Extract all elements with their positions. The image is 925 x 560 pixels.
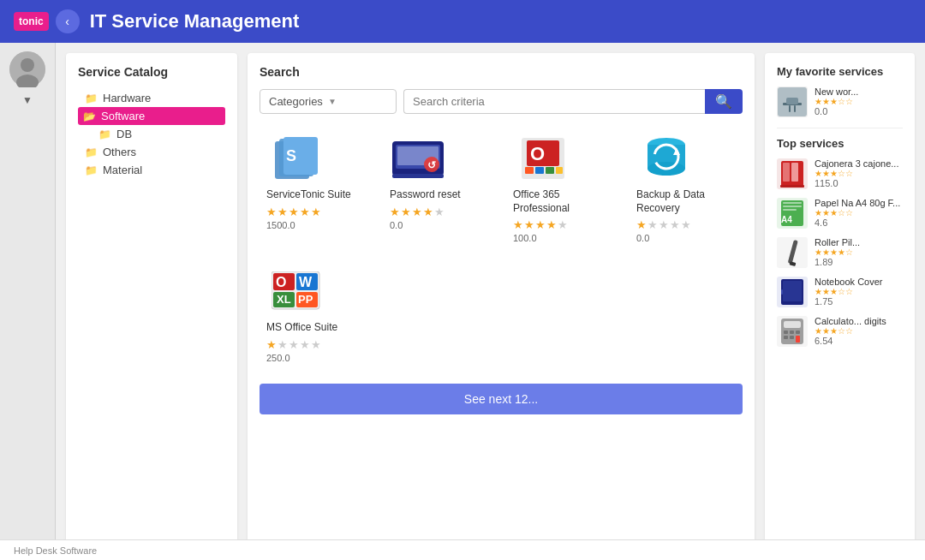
service-rating: 100.0 — [513, 233, 537, 243]
top-name: Calculato... digits — [815, 316, 903, 326]
top-image-roller — [777, 237, 808, 268]
svg-text:XL: XL — [277, 293, 291, 306]
service-card-office365[interactable]: O Office 365 Professional ★ ★ ★ ★ ★ — [506, 128, 619, 250]
folder-open-icon: 📂 — [83, 110, 96, 122]
catalog-item-software[interactable]: 📂 Software — [78, 107, 225, 125]
see-next-button[interactable]: See next 12... — [260, 384, 743, 414]
search-button[interactable]: 🔍 — [705, 89, 743, 114]
top-item-roller[interactable]: Roller Pil... ★★★★☆ 1.89 — [777, 237, 903, 268]
top-name: Papel Na A4 80g F... — [815, 198, 903, 208]
top-stars: ★★★☆☆ — [815, 169, 903, 178]
top-image-papel: A4 — [777, 198, 808, 229]
svg-rect-41 — [791, 163, 798, 182]
svg-rect-57 — [796, 331, 800, 334]
top-name: Roller Pil... — [815, 237, 903, 247]
service-image-msoffice: O W XL PP — [266, 267, 326, 314]
back-button[interactable]: ‹ — [56, 9, 80, 33]
search-bar: Categories ▼ 🔍 — [260, 89, 743, 114]
top-price: 115.0 — [815, 178, 903, 188]
service-name: MS Office Suite — [266, 321, 337, 335]
catalog-item-others[interactable]: 📁 Others — [78, 143, 225, 161]
folder-icon: 📁 — [85, 92, 98, 104]
search-input[interactable] — [403, 89, 705, 114]
top-info-roller: Roller Pil... ★★★★☆ 1.89 — [815, 237, 903, 267]
star-5: ★ — [681, 218, 691, 231]
top-info-notebook: Notebook Cover ★★★☆☆ 1.75 — [815, 277, 903, 307]
main-container: ▼ ▼ Service Catalog 📁 Hardware 📂 Softwar… — [0, 43, 925, 560]
stars-servicetonic: ★ ★ ★ ★ ★ — [266, 206, 321, 218]
top-name: Notebook Cover — [815, 277, 903, 287]
star-2: ★ — [278, 206, 288, 218]
favorite-stars: ★★★☆☆ — [815, 97, 903, 106]
svg-rect-10 — [392, 174, 444, 178]
service-image-password: ↺ — [390, 134, 450, 182]
star-3: ★ — [289, 206, 299, 218]
star-1: ★ — [636, 218, 647, 231]
favorites-title: My favorite services — [777, 65, 903, 78]
svg-rect-45 — [783, 206, 802, 207]
chevron-down-icon: ▼ — [328, 97, 337, 106]
svg-text:↺: ↺ — [427, 159, 436, 171]
top-price: 6.54 — [815, 336, 903, 346]
service-card-msoffice[interactable]: O W XL PP MS Office Suite ★ ★ ★ — [260, 260, 373, 370]
svg-rect-55 — [784, 331, 788, 334]
service-image-servicetonic: S — [266, 134, 326, 182]
svg-rect-49 — [790, 261, 797, 266]
star-3: ★ — [289, 338, 299, 351]
star-3: ★ — [412, 206, 422, 218]
top-image-cajonera — [777, 158, 808, 189]
service-rating: 250.0 — [266, 353, 290, 363]
service-name: Office 365 Professional — [513, 188, 612, 215]
folder-icon: 📁 — [85, 164, 98, 176]
logo: tonic — [14, 12, 49, 31]
svg-rect-58 — [784, 336, 788, 339]
service-card-password[interactable]: ↺ Password reset ★ ★ ★ ★ ★ 0.0 — [383, 128, 496, 250]
top-price: 4.6 — [815, 217, 903, 228]
favorite-item-newwork[interactable]: New wor... ★★★☆☆ 0.0 — [777, 86, 903, 117]
star-4: ★ — [546, 218, 557, 231]
top-info-cajonera: Cajonera 3 cajone... ★★★☆☆ 115.0 — [815, 158, 903, 188]
service-name: Password reset — [390, 188, 461, 202]
top-image-notebook — [777, 277, 808, 307]
content-area: Service Catalog 📁 Hardware 📂 Software 📁 … — [56, 43, 925, 560]
top-stars: ★★★★☆ — [815, 247, 903, 257]
star-5: ★ — [434, 206, 445, 218]
svg-point-1 — [21, 58, 34, 72]
footer-label: Help Desk Software — [14, 545, 97, 556]
svg-rect-54 — [784, 321, 801, 328]
top-stars: ★★★☆☆ — [815, 326, 903, 336]
star-4: ★ — [670, 218, 680, 231]
category-select[interactable]: Categories ▼ — [260, 89, 397, 114]
top-item-calculat[interactable]: Calculato... digits ★★★☆☆ 6.54 — [777, 316, 903, 347]
top-item-cajonera[interactable]: Cajonera 3 cajone... ★★★☆☆ 115.0 — [777, 158, 903, 189]
svg-text:O: O — [276, 275, 286, 289]
svg-rect-17 — [535, 167, 544, 174]
service-rating: 0.0 — [390, 220, 403, 230]
svg-rect-40 — [783, 163, 790, 182]
catalog-item-hardware[interactable]: 📁 Hardware — [78, 89, 225, 107]
top-item-papel[interactable]: A4 Papel Na A4 80g F... ★★★☆☆ 4.6 — [777, 198, 903, 229]
svg-text:S: S — [286, 147, 296, 164]
svg-rect-18 — [546, 167, 554, 174]
star-3: ★ — [659, 218, 669, 231]
svg-rect-60 — [796, 336, 800, 343]
svg-rect-44 — [783, 202, 802, 204]
search-input-wrap: 🔍 — [403, 89, 743, 114]
star-5: ★ — [311, 206, 321, 218]
svg-rect-19 — [556, 167, 563, 174]
catalog-title: Service Catalog — [78, 65, 225, 79]
catalog-item-db[interactable]: 📁 DB — [78, 125, 225, 143]
sidebar-collapse-icon[interactable]: ▼ — [22, 94, 33, 106]
service-card-backup[interactable]: Backup & Data Recovery ★ ★ ★ ★ ★ 0.0 — [630, 128, 743, 250]
star-2: ★ — [524, 218, 534, 231]
catalog-item-material[interactable]: 📁 Material — [78, 161, 225, 179]
stars-msoffice: ★ ★ ★ ★ ★ — [266, 338, 321, 351]
top-item-notebook[interactable]: Notebook Cover ★★★☆☆ 1.75 — [777, 277, 903, 307]
favorite-image — [777, 86, 808, 117]
svg-rect-37 — [789, 105, 791, 112]
service-card-servicetonic[interactable]: S ServiceTonic Suite ★ ★ ★ ★ ★ 1500.0 — [260, 128, 373, 250]
top-info-papel: Papel Na A4 80g F... ★★★☆☆ 4.6 — [815, 198, 903, 228]
svg-text:O: O — [530, 143, 545, 164]
service-catalog-panel: Service Catalog 📁 Hardware 📂 Software 📁 … — [66, 53, 237, 550]
top-image-calculat — [777, 316, 808, 347]
